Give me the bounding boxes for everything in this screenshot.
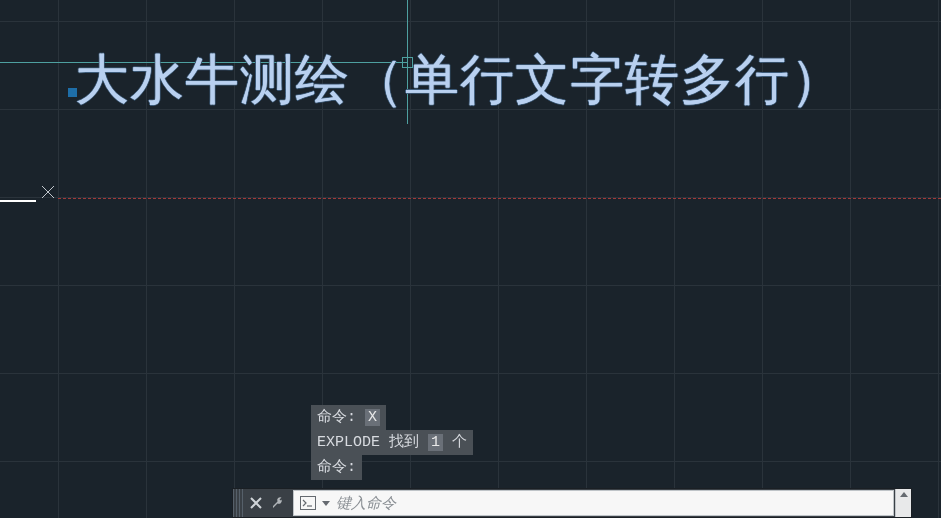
expand-history-button[interactable] [895,489,911,517]
wrench-icon[interactable] [267,489,289,517]
history-command: X [365,409,380,426]
grid-line [0,373,941,374]
terminal-icon [300,495,316,511]
grid-line [850,0,851,518]
line-segment[interactable] [0,200,36,202]
history-count: 1 [428,434,443,451]
command-history: 命令: X EXPLODE 找到 1 个 命令: [311,405,473,480]
command-input-placeholder: 键入命令 [336,494,887,513]
grid-line [0,285,941,286]
chevron-up-icon [900,492,908,497]
x-marker-icon [40,184,56,200]
history-text: EXPLODE 找到 [317,434,419,451]
grid-line [938,0,939,518]
drawing-text-object[interactable]: 大水牛测绘（单行文字转多行） [75,44,845,117]
drag-handle[interactable] [233,489,245,517]
history-prompt: 命令: [311,455,362,480]
history-prefix: 命令: [317,409,356,426]
chevron-down-icon[interactable] [322,501,330,506]
svg-rect-0 [301,497,316,510]
history-text: 个 [452,434,467,451]
grid-line [58,0,59,518]
command-line-bar: 键入命令 [232,488,912,518]
close-icon[interactable] [245,489,267,517]
axis-line [58,198,941,199]
command-input[interactable]: 键入命令 [293,490,894,516]
grid-line [0,21,941,22]
drawing-canvas[interactable]: 大水牛测绘（单行文字转多行） 命令: X EXPLODE 找到 1 个 命令: … [0,0,941,518]
